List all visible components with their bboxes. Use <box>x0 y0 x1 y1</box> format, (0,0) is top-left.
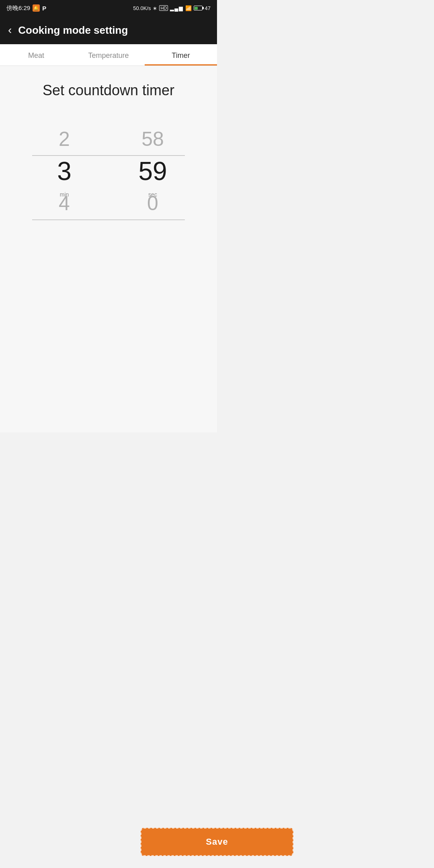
seconds-next: 0 <box>108 187 197 219</box>
bluetooth-icon: ∗ <box>153 5 157 11</box>
status-left-group: 傍晚6:29 🔔 P <box>6 4 46 12</box>
tab-temperature[interactable]: Temperature <box>72 44 145 66</box>
page-title: Cooking mode setting <box>18 24 128 37</box>
tab-timer[interactable]: Timer <box>145 44 217 66</box>
network-speed: 50.0K/s <box>133 5 151 11</box>
status-right-group: 50.0K/s ∗ HD ▂▄▆ 📶 47 <box>133 5 211 11</box>
tab-meat[interactable]: Meat <box>0 44 72 66</box>
parking-icon: P <box>42 5 46 12</box>
tab-bar: Meat Temperature Timer <box>0 44 217 66</box>
timer-picker[interactable]: 2 3 min 4 58 59 sec 0 <box>0 123 217 219</box>
status-bar: 傍晚6:29 🔔 P 50.0K/s ∗ HD ▂▄▆ 📶 47 <box>0 0 217 16</box>
seconds-prev: 58 <box>108 123 197 155</box>
battery-indicator: 47 <box>194 5 211 11</box>
minutes-current: 3 min <box>20 155 108 187</box>
notification-icon: 🔔 <box>33 4 40 12</box>
seconds-picker[interactable]: 58 59 sec 0 <box>108 123 197 219</box>
signal-icon: ▂▄▆ <box>170 5 183 11</box>
status-time: 傍晚6:29 <box>6 4 30 12</box>
seconds-current: 59 sec <box>108 155 197 187</box>
countdown-title: Set countdown timer <box>43 82 174 99</box>
hd-icon: HD <box>159 5 168 11</box>
minutes-prev: 2 <box>20 123 108 155</box>
main-content: Set countdown timer 2 3 min 4 58 59 sec … <box>0 66 217 432</box>
picker-line-bottom <box>32 219 185 220</box>
header: ‹ Cooking mode setting <box>0 16 217 44</box>
minutes-next: 4 <box>20 187 108 219</box>
back-button[interactable]: ‹ <box>8 25 12 36</box>
minutes-picker[interactable]: 2 3 min 4 <box>20 123 108 219</box>
wifi-icon: 📶 <box>185 5 192 11</box>
battery-percent: 47 <box>205 5 211 11</box>
